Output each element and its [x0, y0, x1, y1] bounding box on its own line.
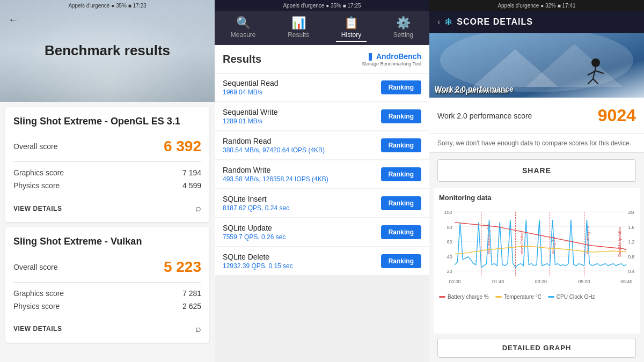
nav-history[interactable]: 📋 History — [336, 14, 367, 42]
battery-label: Battery charge % — [448, 294, 489, 300]
seq-write-name: Sequential Write — [223, 108, 277, 116]
ranking-btn-rand-write[interactable]: Ranking — [381, 167, 421, 181]
cpu-color — [548, 296, 554, 298]
view-details-button-1[interactable]: VIEW DETAILS — [13, 205, 62, 212]
ranking-btn-sqlite-update[interactable]: Ranking — [381, 225, 421, 239]
ranking-btn-seq-read[interactable]: Ranking — [381, 80, 421, 94]
svg-text:40: 40 — [447, 254, 452, 260]
benchmark-card-opengl: Sling Shot Extreme - OpenGL ES 3.1 Overa… — [5, 107, 209, 222]
overall-label: Overall score — [13, 142, 57, 151]
divider — [13, 161, 201, 162]
ranking-btn-seq-write[interactable]: Ranking — [381, 109, 421, 123]
share-button[interactable]: SHARE — [437, 159, 636, 182]
nav-results[interactable]: 📊 Results — [282, 14, 314, 42]
nav-bar: 🔍 Measure 📊 Results 📋 History ⚙️ Setting — [215, 11, 429, 45]
benchmark-title-opengl: Sling Shot Extreme - OpenGL ES 3.1 — [13, 115, 201, 128]
battery-color — [439, 296, 445, 298]
result-seq-read: Sequential Read 1969.04 MB/s Ranking — [215, 73, 429, 101]
svg-text:2GHz: 2GHz — [628, 210, 634, 215]
score-section: Work 2.0 performance score 9024 — [429, 98, 644, 134]
graphics-score-row: Graphics score 7 194 — [13, 166, 201, 179]
divider-2 — [13, 282, 201, 283]
result-seq-write: Sequential Write 1289.01 MB/s Ranking — [215, 102, 429, 130]
hero-image: Appels d'urgence ● 35% ■ 17:23 ← Benchma… — [0, 0, 215, 102]
seq-write-sub: 1289.01 MB/s — [223, 117, 277, 125]
overall-value: 6 392 — [164, 138, 201, 155]
physics-score-row-2: Physics score 2 625 — [13, 300, 201, 313]
physics-value: 4 599 — [182, 181, 201, 190]
monitoring-section: Monitoring data 100 80 60 40 20 2GHz 1.6… — [434, 188, 640, 334]
score-label: Work 2.0 performance score — [437, 112, 592, 120]
graphics-label-2: Graphics score — [13, 289, 64, 298]
graphics-label: Graphics score — [13, 168, 64, 177]
back-button[interactable]: ← — [8, 13, 19, 26]
sqlite-update-name: SQLite Update — [223, 224, 286, 232]
ranking-btn-sqlite-delete[interactable]: Ranking — [381, 254, 421, 268]
ranking-btn-rand-read[interactable]: Ranking — [381, 138, 421, 152]
rand-read-name: Random Read — [223, 137, 325, 145]
results-title: Results — [223, 53, 261, 65]
result-rand-write: Random Write 493.58 MB/s, 126358.24 IOPS… — [215, 160, 429, 188]
back-button-3[interactable]: ‹ — [437, 17, 440, 27]
panel-androbench: Appels d'urgence ● 35% ■ 17:25 🔍 Measure… — [215, 0, 429, 362]
overall-score-row-2: Overall score 5 223 — [13, 256, 201, 278]
physics-score-row: Physics score 4 599 — [13, 179, 201, 192]
seq-read-name: Sequential Read — [223, 79, 279, 87]
ranking-btn-sqlite-insert[interactable]: Ranking — [381, 196, 421, 210]
nav-measure-label: Measure — [231, 31, 256, 39]
nav-setting-label: Setting — [393, 31, 413, 39]
snowflake-icon: ❄ — [444, 16, 452, 28]
detailed-graph-button[interactable]: DETAILED GRAPH — [437, 338, 636, 358]
result-rand-read: Random Read 380.54 MB/s, 97420.64 IOPS (… — [215, 131, 429, 159]
physics-label: Physics score — [13, 181, 60, 190]
svg-text:60: 60 — [447, 239, 452, 245]
results-icon: 📊 — [291, 16, 306, 30]
notice-text: Sorry, we don't have enough data to comp… — [429, 134, 644, 153]
status-bar-3: Appels d'urgence ● 32% ■ 17:41 — [429, 0, 644, 11]
svg-text:80: 80 — [447, 225, 452, 230]
chart-svg: 100 80 60 40 20 2GHz 1.6GHz 1.2GHz 0.80G… — [439, 206, 634, 292]
share-icon-2[interactable]: ⌕ — [195, 323, 201, 335]
legend-temp: Temperature °C — [495, 294, 541, 300]
legend-battery: Battery charge % — [439, 294, 489, 300]
share-icon-1[interactable]: ⌕ — [195, 203, 201, 214]
logo-subtitle: Storage Benchmarking Tool — [362, 61, 421, 67]
sqlite-update-sub: 7559.7 QPS, 0.26 sec — [223, 233, 286, 241]
svg-text:0.4GHz: 0.4GHz — [628, 269, 634, 274]
chart-legend: Battery charge % Temperature °C CPU Cloc… — [439, 294, 634, 300]
svg-text:Data Manipulation: Data Manipulation — [618, 227, 622, 257]
physics-value-2: 2 625 — [182, 302, 201, 311]
benchmark-card-vulkan: Sling Shot Extreme - Vulkan Overall scor… — [5, 227, 209, 342]
results-list: Sequential Read 1969.04 MB/s Ranking Seq… — [215, 73, 429, 362]
rand-write-sub: 493.58 MB/s, 126358.24 IOPS (4KB) — [223, 175, 328, 183]
sqlite-insert-name: SQLite Insert — [223, 195, 289, 203]
nav-setting[interactable]: ⚙️ Setting — [388, 14, 419, 42]
hero-svg: Work 2.0 performance — [429, 33, 644, 98]
card-footer-2: VIEW DETAILS ⌕ — [13, 319, 201, 335]
graphics-score-row-2: Graphics score 7 281 — [13, 287, 201, 300]
logo-text: AndroBench — [376, 52, 421, 61]
nav-history-label: History — [341, 31, 361, 39]
overall-value-2: 5 223 — [164, 258, 201, 276]
svg-text:05:00: 05:00 — [578, 279, 590, 284]
androbench-logo: AndroBench Storage Benchmarking Tool — [362, 51, 421, 67]
svg-text:1.2GHz: 1.2GHz — [628, 239, 634, 245]
rand-write-name: Random Write — [223, 166, 328, 174]
measure-icon: 🔍 — [236, 16, 251, 30]
overall-label-2: Overall score — [13, 263, 57, 271]
svg-text:Video Editing: Video Editing — [520, 232, 524, 254]
sqlite-delete-name: SQLite Delete — [223, 253, 293, 261]
title-bar: ‹ ❄ SCORE DETAILS — [429, 11, 644, 33]
svg-text:1.6GHz: 1.6GHz — [628, 225, 634, 230]
svg-text:00:00: 00:00 — [449, 279, 460, 284]
overall-score-row: Overall score 6 392 — [13, 136, 201, 157]
nav-measure[interactable]: 🔍 Measure — [225, 14, 261, 42]
panel-benchmark-results: Appels d'urgence ● 35% ■ 17:23 ← Benchma… — [0, 0, 215, 362]
rand-read-sub: 380.54 MB/s, 97420.64 IOPS (4KB) — [223, 146, 325, 154]
setting-icon: ⚙️ — [396, 16, 411, 30]
seq-read-sub: 1969.04 MB/s — [223, 88, 279, 96]
view-details-button-2[interactable]: VIEW DETAILS — [13, 325, 62, 333]
score-details-title: SCORE DETAILS — [457, 17, 533, 27]
temp-label: Temperature °C — [504, 294, 541, 300]
benchmark-list: Sling Shot Extreme - OpenGL ES 3.1 Overa… — [0, 102, 215, 362]
